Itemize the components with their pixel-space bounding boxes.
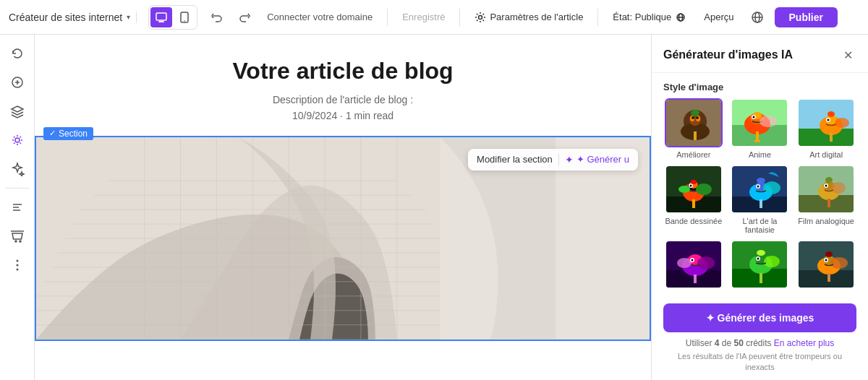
brand-menu[interactable]: Créateur de sites internet ▾ <box>9 12 137 23</box>
sidebar-item-layers[interactable] <box>4 98 30 124</box>
sidebar-item-editor[interactable] <box>4 194 30 220</box>
svg-rect-91 <box>760 199 762 208</box>
svg-point-50 <box>691 110 699 116</box>
svg-point-4 <box>184 20 185 22</box>
sidebar-item-add[interactable] <box>4 69 30 95</box>
svg-point-67 <box>835 118 849 128</box>
svg-rect-109 <box>694 275 697 283</box>
floating-toolbar: Modifier la section ✦ ✦ Générer u <box>468 149 638 170</box>
panel-header: Générateur d'images IA ✕ <box>652 35 868 73</box>
connect-domain-button[interactable]: Connecter votre domaine <box>261 9 378 25</box>
svg-rect-51 <box>694 131 697 140</box>
svg-rect-71 <box>830 133 833 142</box>
style-grid: Améliorer <box>652 98 868 292</box>
sidebar <box>0 35 35 380</box>
style-item-anime[interactable]: Anime <box>730 98 791 159</box>
main-layout: Votre article de blog Description de l'a… <box>0 35 868 380</box>
style-label-anime: Anime <box>749 150 771 159</box>
svg-point-17 <box>20 241 21 242</box>
brand-label: Créateur de sites internet <box>9 12 122 23</box>
sidebar-item-history[interactable] <box>4 40 30 66</box>
panel-title: Générateur d'images IA <box>663 48 793 61</box>
style-label-ameliorer: Améliorer <box>676 150 710 159</box>
svg-point-5 <box>479 15 482 19</box>
desktop-device-btn[interactable] <box>150 7 172 27</box>
svg-point-48 <box>692 116 694 119</box>
sidebar-item-store[interactable] <box>4 223 30 249</box>
undo-button[interactable] <box>206 7 228 28</box>
generate-button[interactable]: ✦ ✦ Générer u <box>565 154 629 165</box>
nav-divider-1 <box>387 9 388 26</box>
svg-point-82 <box>691 180 697 184</box>
style-thumb-art-digital <box>797 98 855 147</box>
svg-rect-60 <box>756 131 759 142</box>
style-thumb-bande-dessinee <box>665 165 723 214</box>
svg-rect-127 <box>827 273 830 282</box>
sidebar-item-theme[interactable] <box>4 127 30 153</box>
style-item-ameliorer[interactable]: Améliorer <box>663 98 724 159</box>
nav-divider-2 <box>459 9 460 26</box>
modify-section-button[interactable]: Modifier la section <box>477 154 553 165</box>
section-label: ✓ Section <box>43 127 93 140</box>
sidebar-divider <box>6 188 29 189</box>
sidebar-item-ai[interactable] <box>4 156 30 182</box>
publish-button[interactable]: Publier <box>775 7 838 27</box>
top-navigation: Créateur de sites internet ▾ Connecter v… <box>0 0 868 35</box>
style-item-9[interactable] <box>796 240 856 292</box>
svg-point-90 <box>757 178 765 183</box>
mobile-device-btn[interactable] <box>174 7 195 27</box>
svg-point-105 <box>697 256 715 269</box>
saved-status: Enregistré <box>396 9 451 25</box>
style-thumb-9 <box>797 240 855 289</box>
section-check-icon: ✓ <box>49 129 56 138</box>
svg-point-79 <box>696 183 712 195</box>
redo-button[interactable] <box>234 7 255 28</box>
style-thumb-7 <box>665 240 723 289</box>
article-settings-button[interactable]: Paramètres de l'article <box>469 9 589 26</box>
svg-rect-0 <box>156 13 166 20</box>
svg-rect-100 <box>827 199 830 207</box>
svg-point-96 <box>831 182 846 194</box>
canvas-area: Votre article de blog Description de l'a… <box>35 35 651 380</box>
style-label-film-analogique: Film analogique <box>798 217 854 225</box>
generate-btn-row: ✦ Générer des images <box>652 292 868 338</box>
svg-point-49 <box>696 116 699 119</box>
style-item-art-digital[interactable]: Art digital <box>796 98 856 159</box>
svg-point-59 <box>760 116 777 127</box>
globe-button[interactable] <box>746 6 769 29</box>
style-thumb-ameliorer <box>665 98 723 147</box>
section-wrapper[interactable]: ✓ Section <box>35 136 651 341</box>
blog-title: Votre article de blog <box>49 58 637 85</box>
panel-close-button[interactable]: ✕ <box>839 46 856 64</box>
blog-header: Votre article de blog Description de l'a… <box>35 35 651 136</box>
svg-rect-118 <box>760 273 762 283</box>
style-item-8[interactable] <box>730 240 791 292</box>
svg-point-69 <box>827 119 830 121</box>
svg-point-116 <box>757 258 760 260</box>
style-item-7[interactable] <box>663 240 724 292</box>
style-section-label: Style d'image <box>652 73 868 98</box>
state-button[interactable]: État: Publique <box>607 9 692 26</box>
sidebar-item-more[interactable] <box>4 252 30 278</box>
generate-images-button[interactable]: ✦ Générer des images <box>663 303 856 332</box>
svg-point-78 <box>689 185 692 187</box>
svg-point-80 <box>678 186 690 193</box>
style-item-bande-dessinee[interactable]: Bande dessinée <box>663 165 724 234</box>
svg-point-117 <box>757 250 765 256</box>
nav-divider-3 <box>597 9 598 26</box>
svg-point-114 <box>764 256 780 267</box>
apercu-button[interactable]: Aperçu <box>698 9 739 25</box>
svg-point-16 <box>15 241 17 242</box>
generate-icon: ✦ <box>565 154 574 165</box>
style-item-film-analogique[interactable]: Film analogique <box>796 165 856 234</box>
buy-credits-link[interactable]: En acheter plus <box>774 338 834 348</box>
brand-chevron-icon: ▾ <box>127 13 130 21</box>
svg-point-19 <box>16 264 18 267</box>
svg-point-125 <box>825 259 827 262</box>
style-item-art-fantaisie[interactable]: L'art de la fantaisie <box>730 165 791 234</box>
style-label-bande-dessinee: Bande dessinée <box>665 217 722 225</box>
style-thumb-anime <box>731 98 788 147</box>
svg-point-98 <box>825 185 827 187</box>
svg-rect-61 <box>754 140 757 142</box>
svg-rect-81 <box>692 199 695 208</box>
